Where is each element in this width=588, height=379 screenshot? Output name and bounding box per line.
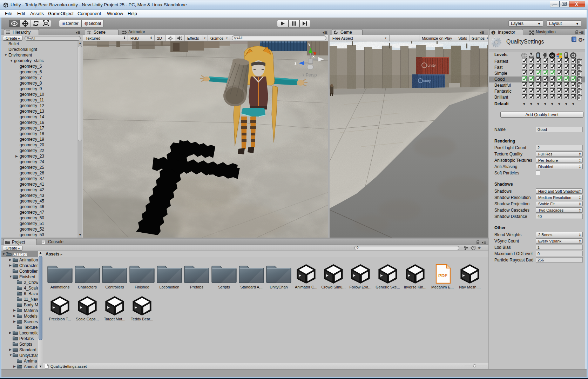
svg-text:y: y bbox=[308, 42, 311, 46]
svg-text:x: x bbox=[312, 54, 315, 58]
svg-text:z: z bbox=[295, 61, 297, 65]
svg-text:?: ? bbox=[573, 38, 575, 41]
svg-text:⟨ Persp: ⟨ Persp bbox=[303, 73, 317, 78]
svg-text:PDF: PDF bbox=[438, 273, 447, 278]
